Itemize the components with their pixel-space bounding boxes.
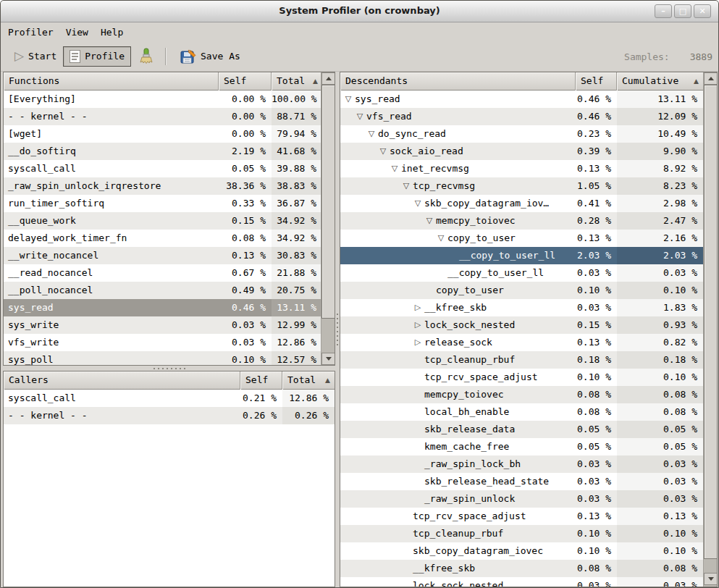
descendants-tree-row[interactable]: ▷__kfree_skb0.03 %1.83 %	[340, 299, 703, 316]
cumulative-percent: 0.05 %	[617, 421, 703, 438]
descendants-tree-row[interactable]: ▷release_sock0.13 %0.82 %	[340, 334, 703, 351]
functions-table-row[interactable]: __write_nocancel0.13 %30.83 %	[4, 247, 322, 264]
functions-table-row[interactable]: vfs_write0.03 %12.86 %	[4, 334, 322, 351]
descendants-tree-row[interactable]: ▽copy_to_user0.13 %2.16 %	[340, 230, 703, 247]
descendants-tree-row[interactable]: tcp_rcv_space_adjust0.10 %0.10 %	[340, 369, 703, 386]
descendants-tree-row[interactable]: __copy_to_user_ll2.03 %2.03 %	[340, 247, 703, 264]
descendants-tree-row[interactable]: ▽tcp_recvmsg1.05 %8.23 %	[340, 177, 703, 195]
descendants-tree-row[interactable]: ▽inet_recvmsg0.13 %8.92 %	[340, 160, 703, 177]
functions-table-row[interactable]: __do_softirq2.19 %41.68 %	[4, 143, 322, 160]
descendants-tree-row[interactable]: _raw_spin_lock_bh0.03 %0.03 %	[340, 455, 703, 473]
descendants-scrollbar[interactable]	[703, 72, 717, 587]
profile-toggle-button[interactable]: Profile	[63, 46, 131, 67]
menu-item-profiler[interactable]: Profiler	[8, 25, 60, 39]
cumulative-percent: 0.93 %	[617, 316, 703, 334]
descendant-name: skb_copy_datagram_iov…	[340, 195, 576, 212]
functions-table-row[interactable]: [wget]0.00 %79.94 %	[4, 125, 322, 143]
self-column-label: Self	[224, 75, 246, 86]
scroll-down-button[interactable]	[321, 353, 335, 365]
descendants-tree-row[interactable]: ▽sys_read0.46 %13.11 %	[340, 91, 703, 108]
descendants-tree-row[interactable]: memcpy_toiovec0.08 %0.08 %	[340, 386, 703, 403]
functions-table-row[interactable]: __read_nocancel0.67 %21.88 %	[4, 264, 322, 282]
callers-table-row[interactable]: syscall_call0.21 %12.86 %	[4, 390, 335, 407]
descendants-tree-row[interactable]: kmem_cache_free0.05 %0.05 %	[340, 438, 703, 455]
functions-header: Functions Self Total▲	[4, 72, 322, 91]
scrollbar-thumb[interactable]	[321, 85, 335, 319]
descendants-tree-row[interactable]: ▽sock_aio_read0.39 %9.90 %	[340, 143, 703, 160]
functions-column-header[interactable]: Functions	[4, 72, 219, 91]
descendants-tree-row[interactable]: skb_copy_datagram_iovec0.10 %0.10 %	[340, 542, 703, 560]
functions-column-label: Functions	[9, 75, 59, 86]
callers-column-header[interactable]: Callers	[4, 371, 240, 390]
functions-table-row[interactable]: run_timer_softirq0.33 %36.87 %	[4, 195, 322, 212]
cumulative-percent: 0.10 %	[617, 542, 703, 560]
functions-table-row[interactable]: __poll_nocancel0.49 %20.75 %	[4, 282, 322, 299]
self-percent: 0.13 %	[576, 508, 617, 525]
total-percent: 12.86 %	[282, 390, 335, 407]
function-name: _raw_spin_unlock_irqrestore	[4, 177, 219, 195]
total-percent: 39.88 %	[272, 160, 322, 177]
maximize-button[interactable]: □	[674, 4, 691, 18]
functions-table-row[interactable]: delayed_work_timer_fn0.08 %34.92 %	[4, 230, 322, 247]
functions-table-row[interactable]: sys_read0.46 %13.11 %	[4, 299, 322, 316]
functions-table-row[interactable]: _raw_spin_unlock_irqrestore38.36 %38.83 …	[4, 177, 322, 195]
functions-self-column-header[interactable]: Self	[219, 72, 272, 91]
descendants-tree-row[interactable]: skb_release_data0.05 %0.05 %	[340, 421, 703, 438]
cumulative-percent: 0.10 %	[617, 369, 703, 386]
descendant-name: do_sync_read	[340, 125, 576, 143]
descendants-tree-row[interactable]: ▽vfs_read0.46 %12.09 %	[340, 108, 703, 125]
functions-total-column-header[interactable]: Total▲	[272, 72, 322, 91]
descendant-name: kmem_cache_free	[340, 438, 576, 455]
horizontal-splitter[interactable]	[3, 366, 335, 371]
descendants-tree-row[interactable]: tcp_rcv_space_adjust0.13 %0.13 %	[340, 508, 703, 525]
descendants-tree-row[interactable]: tcp_cleanup_rbuf0.10 %0.10 %	[340, 525, 703, 542]
callers-total-column-header[interactable]: Total▲	[282, 371, 335, 390]
cumulative-percent: 0.03 %	[617, 490, 703, 508]
functions-table-row[interactable]: syscall_call0.05 %39.88 %	[4, 160, 322, 177]
functions-table-row[interactable]: sys_poll0.10 %12.57 %	[4, 351, 322, 365]
descendants-tree-row[interactable]: lock_sock_nested0.03 %0.03 %	[340, 577, 703, 587]
descendants-tree-row[interactable]: __copy_to_user_ll0.03 %0.03 %	[340, 264, 703, 282]
descendants-tree-row[interactable]: copy_to_user0.10 %0.10 %	[340, 282, 703, 299]
scroll-up-button[interactable]	[704, 72, 718, 85]
functions-table-row[interactable]: sys_write0.03 %12.99 %	[4, 316, 322, 334]
descendants-tree-row[interactable]: ▷lock_sock_nested0.15 %0.93 %	[340, 316, 703, 334]
self-percent: 0.46 %	[576, 91, 617, 108]
descendants-tree-row[interactable]: __kfree_skb0.08 %0.08 %	[340, 560, 703, 577]
menu-item-view[interactable]: View	[66, 25, 95, 39]
sort-ascending-icon: ▲	[313, 72, 318, 90]
descendant-name: local_bh_enable	[340, 403, 576, 421]
sort-ascending-icon: ▲	[694, 72, 699, 90]
descendants-tree-row[interactable]: _raw_spin_unlock0.03 %0.03 %	[340, 490, 703, 508]
total-column-label: Total	[277, 75, 305, 86]
menu-item-help[interactable]: Help	[101, 25, 130, 39]
start-button[interactable]: ▷ Start	[8, 46, 63, 66]
minimize-button[interactable]: –	[655, 4, 672, 18]
functions-table-row[interactable]: - - kernel - -0.00 %88.71 %	[4, 108, 322, 125]
descendants-cumulative-column-header[interactable]: Cumulative▲	[617, 72, 703, 91]
self-percent: 0.39 %	[576, 143, 617, 160]
descendants-tree-row[interactable]: ▽skb_copy_datagram_iov…0.41 %2.98 %	[340, 195, 703, 212]
scrollbar-thumb[interactable]	[704, 85, 718, 559]
save-as-button[interactable]: Save As	[172, 44, 247, 69]
descendants-column-header[interactable]: Descendants	[340, 72, 576, 91]
descendant-name: lock_sock_nested	[340, 316, 576, 334]
descendants-tree-row[interactable]: ▽memcpy_toiovec0.28 %2.47 %	[340, 212, 703, 230]
functions-table-row[interactable]: __queue_work0.15 %34.92 %	[4, 212, 322, 230]
cumulative-percent: 0.05 %	[617, 438, 703, 455]
callers-self-column-header[interactable]: Self	[240, 371, 282, 390]
scroll-down-button[interactable]	[704, 573, 718, 585]
descendants-tree-row[interactable]: tcp_cleanup_rbuf0.18 %0.18 %	[340, 351, 703, 369]
descendants-tree-row[interactable]: ▽do_sync_read0.23 %10.49 %	[340, 125, 703, 143]
descendants-self-column-header[interactable]: Self	[576, 72, 617, 91]
descendants-tree-row[interactable]: skb_release_head_state0.03 %0.03 %	[340, 473, 703, 490]
descendant-name: copy_to_user	[340, 230, 576, 247]
scroll-up-button[interactable]	[321, 72, 335, 85]
samples-value: 3889	[690, 51, 712, 62]
descendants-tree-row[interactable]: local_bh_enable0.08 %0.08 %	[340, 403, 703, 421]
reset-button[interactable]	[134, 46, 159, 67]
callers-table-row[interactable]: - - kernel - -0.26 %0.26 %	[4, 407, 335, 424]
functions-scrollbar[interactable]	[321, 72, 335, 365]
functions-table-row[interactable]: [Everything]0.00 %100.00 %	[4, 91, 322, 108]
close-button[interactable]: ✕	[694, 4, 711, 18]
